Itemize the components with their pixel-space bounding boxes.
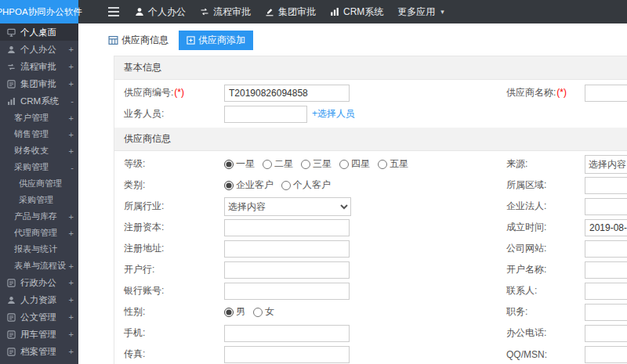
source-select[interactable]: 选择内容	[585, 155, 627, 174]
supplier-info-section: 等级: 一星 二星 三星 四星 五星 来源: 选择内容 类别: 企业客户 个人客…	[114, 151, 627, 364]
level-radio[interactable]	[339, 160, 349, 169]
form-row: 所属行业: 选择内容 企业法人:	[114, 196, 627, 217]
supplier-no-input[interactable]	[224, 85, 350, 102]
level-option-4[interactable]: 四星	[339, 157, 370, 171]
mobile-input[interactable]	[224, 325, 350, 342]
industry-select[interactable]: 选择内容	[224, 197, 351, 216]
sidebar-item-personal-desktop[interactable]: 个人桌面	[0, 23, 78, 41]
sidebar-item-process-approval[interactable]: 流程审批 +	[0, 58, 78, 75]
bank-account-input[interactable]	[224, 283, 350, 300]
sidebar-item-personal-office[interactable]: 个人办公 +	[0, 41, 78, 58]
website-label: 公司网站:	[506, 242, 585, 255]
edit-icon	[265, 7, 274, 16]
gender-option-male[interactable]: 男	[224, 305, 245, 319]
sidebar-item-document-mgmt[interactable]: 公文管理 +	[0, 308, 78, 326]
nav-label: 集团审批	[278, 5, 316, 19]
level-option-5[interactable]: 五星	[378, 157, 408, 171]
tab-label: 供应商信息	[121, 34, 169, 47]
bank-input[interactable]	[224, 261, 350, 279]
gender-option-female[interactable]: 女	[253, 305, 274, 319]
radio-label: 三星	[313, 157, 332, 171]
website-input[interactable]	[585, 240, 627, 258]
bank-account-label: 银行账号:	[114, 284, 224, 297]
gender-radio[interactable]	[253, 308, 263, 317]
hamburger-menu-icon[interactable]	[108, 7, 119, 16]
nav-process-approval[interactable]: 流程审批	[200, 5, 251, 19]
document-icon	[7, 313, 17, 322]
established-label: 成立时间:	[506, 221, 585, 234]
required-mark: (*)	[174, 87, 184, 98]
sidebar-item-supplier-mgmt[interactable]: 供应商管理	[0, 175, 78, 192]
sidebar-item-sales-mgmt[interactable]: 销售管理 +	[0, 126, 78, 142]
tab-supplier-info[interactable]: 供应商信息	[102, 31, 175, 50]
sidebar-item-customer-mgmt[interactable]: 客户管理 +	[0, 110, 78, 126]
users-icon	[7, 296, 17, 305]
qq-input[interactable]	[585, 346, 627, 363]
fax-input[interactable]	[224, 346, 350, 363]
sidebar-item-vehicle-mgmt[interactable]: 用车管理 +	[0, 326, 78, 343]
tab-supplier-add[interactable]: 供应商添加	[179, 31, 253, 50]
basic-info-section: 供应商编号:(*) 供应商名称:(*) 业务人员: +选择人员	[114, 80, 627, 128]
level-option-3[interactable]: 三星	[301, 157, 332, 171]
desktop-icon	[7, 28, 17, 37]
level-option-1[interactable]: 一星	[224, 157, 255, 171]
sidebar-item-product-inventory[interactable]: 产品与库存 +	[0, 208, 78, 225]
required-mark: (*)	[556, 87, 567, 98]
category-option-company[interactable]: 企业客户	[224, 178, 274, 192]
label-text: 供应商编号:	[124, 87, 173, 98]
sidebar-item-procurement-mgmt[interactable]: 采购管理 -	[0, 159, 78, 175]
established-input[interactable]	[585, 219, 627, 236]
form-row: 注册资本: 成立时间:	[114, 217, 627, 238]
radio-label: 个人客户	[293, 178, 331, 192]
reg-address-input[interactable]	[224, 240, 350, 258]
level-option-2[interactable]: 二星	[263, 157, 293, 171]
form-row: 手机: 办公电话:	[114, 323, 627, 344]
briefcase-icon	[7, 80, 17, 88]
level-radio[interactable]	[224, 160, 234, 169]
level-label: 等级:	[114, 157, 224, 171]
sidebar-item-reports-stats[interactable]: 报表与统计	[0, 241, 78, 258]
business-person-input[interactable]	[224, 106, 307, 123]
sidebar-item-agent-mgmt[interactable]: 代理商管理 +	[0, 225, 78, 241]
nav-group-approval[interactable]: 集团审批	[265, 5, 316, 19]
app-logo: PHPOA协同办公软件	[0, 0, 78, 23]
region-input[interactable]	[585, 177, 627, 194]
sidebar-item-group-approval[interactable]: 集团审批 +	[0, 75, 78, 92]
gender-radio[interactable]	[224, 308, 234, 317]
sidebar-item-crm-system[interactable]: CRM系统 -	[0, 92, 78, 110]
reg-capital-input[interactable]	[224, 219, 350, 236]
level-radio[interactable]	[301, 160, 310, 169]
bank-label: 开户行:	[114, 263, 224, 276]
sidebar-item-purchase-mgmt[interactable]: 采购管理	[0, 192, 78, 208]
sidebar-item-archive-mgmt[interactable]: 档案管理 +	[0, 343, 78, 360]
supplier-name-input[interactable]	[585, 85, 627, 102]
account-name-input[interactable]	[585, 261, 627, 279]
sidebar-item-finance[interactable]: 财务收支 +	[0, 142, 78, 159]
add-form-icon	[187, 36, 195, 45]
supplier-no-label: 供应商编号:(*)	[114, 86, 224, 99]
sidebar-item-admin-office[interactable]: 行政办公 +	[0, 274, 78, 291]
radio-label: 女	[265, 305, 274, 319]
nav-crm-system[interactable]: CRM系统	[330, 5, 383, 19]
level-radio[interactable]	[378, 160, 387, 169]
category-option-person[interactable]: 个人客户	[281, 178, 331, 192]
position-input[interactable]	[585, 304, 627, 321]
region-field	[585, 177, 627, 194]
section-header-supplier: 供应商信息	[114, 128, 627, 151]
category-radio[interactable]	[224, 181, 234, 190]
legal-person-input[interactable]	[585, 198, 627, 215]
radio-label: 五星	[390, 157, 408, 171]
sidebar-item-form-flow-settings[interactable]: 表单与流程设置 +	[0, 258, 78, 274]
sidebar-item-hr[interactable]: 人力资源 +	[0, 291, 78, 308]
office-phone-input[interactable]	[585, 325, 627, 342]
level-radio[interactable]	[263, 160, 272, 169]
nav-personal-office[interactable]: 个人办公	[135, 5, 186, 19]
person-icon	[135, 7, 144, 16]
form-row: 开户行: 开户名称:	[114, 259, 627, 280]
person-icon	[7, 45, 17, 54]
source-field: 选择内容	[585, 155, 627, 174]
contact-input[interactable]	[585, 283, 627, 300]
category-radio[interactable]	[281, 181, 291, 190]
choose-person-link[interactable]: +选择人员	[312, 107, 355, 121]
nav-more-apps[interactable]: 更多应用 ▾	[397, 5, 444, 19]
